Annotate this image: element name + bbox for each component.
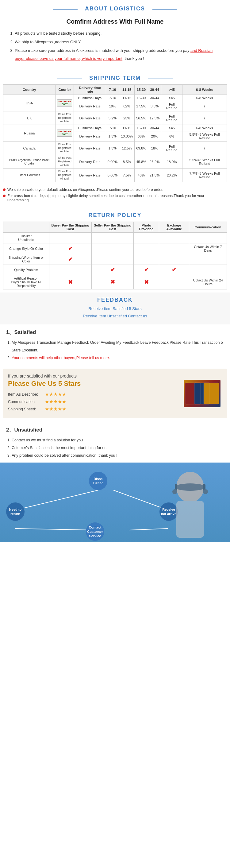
col: 23% [119,112,135,125]
return-table: Buyer Pay the Shipping Cost Seller Pay t… [3,222,227,289]
col: 30-44 [148,95,161,101]
stars-row-1: Item As Describe: ★★★★★ [8,391,182,397]
table-row: Brazil Argentina France Israel Croatia C… [3,155,227,168]
table-row: Russia SINGAPORE POST Business Days 7-10… [3,125,227,131]
col: Full Refund [161,101,183,112]
svg-line-8 [15,529,94,530]
th-11-15: 11-15 [119,85,135,95]
th-courier: Courier [56,85,74,95]
table-row: Canada China Post Registered Air Mail De… [3,142,227,155]
col: 56.5% [135,112,148,125]
courier-logo-canada: China Post Registered Air Mail [56,142,74,155]
unsatisfied-point-3: Any problem could be solved after commun… [12,452,224,460]
col: 12.5% [119,142,135,155]
cross-icon: ✖ [144,279,149,285]
feedback-title: FEEDBACK [3,297,227,303]
about-logistics-section: ABOUT LOGISTICS Comfirm Address With Ful… [0,0,230,69]
if-satisfied-text: If you are satisfied with our products [8,374,182,378]
reason-change-style: Change Style Or Color [3,243,50,254]
logistics-points-list: All products will be tested strictly bef… [9,29,221,63]
col: 7.7%>8 Weeks Full Refund [183,168,227,182]
return-policy-header: RETURN POLICY [0,207,230,222]
delivery-label: Delivery Rate [74,131,106,142]
col: 6% [161,131,183,142]
delivery-label: Delivery Rate [74,168,106,182]
country-uk: UK [3,112,56,125]
courier-logo-usa: SINGAPORE POST [56,95,74,112]
person-svg [123,463,230,542]
col-empty [189,254,227,265]
col-empty [91,243,133,254]
shipping-table: Country Courier Delivery time rate 7-10 … [3,84,227,182]
svg-line-6 [15,490,98,510]
shipping-term-title: SHIPPING TERM [86,75,144,81]
node-dissatisfied: DissaTisfied [89,472,107,490]
col: 15-30 [135,95,148,101]
rth-seller-pay: Seller Pay the Shipping Cost [91,222,133,232]
col: 11-15 [119,95,135,101]
col: 0.00% [106,155,119,168]
col: 18.9% [161,155,183,168]
note-2: For cross-bored trade,shipping may sligh… [3,194,227,202]
stars-box-left: If you are satisfied with our products P… [8,374,182,413]
col: 7.5% [119,168,135,182]
feedback-link-unsatisfied[interactable]: Receive Item Unsatisfied Contact us [3,312,227,319]
col: 69.8% [135,142,148,155]
reason-wrong-item: Shipping Wrong Item or Color [3,254,50,265]
feedback-links: Receive item Satisfied 5 Stars Receive I… [3,305,227,319]
col: 1.3% [106,131,119,142]
shipping-notes: We ship parcels to your default address … [0,185,230,207]
table-row: Other Countries China Post Registered Ai… [3,168,227,182]
svg-rect-11 [176,501,204,538]
note-dot-2 [3,195,5,197]
unsatisfied-point-1: Contact us we must find a solution for y… [12,436,224,444]
table-row: Shipping Wrong Item or Color ✔ [3,254,227,265]
shipping-term-header: SHIPPING TERM [0,69,230,84]
col: 21.5% [148,168,161,182]
col: 12.5% [148,112,161,125]
stars-box: If you are satisfied with our products P… [3,369,227,418]
col: 5.5%>8 Weeks Full Refund [183,155,227,168]
col: / [183,112,227,125]
shipping-term-section: SHIPPING TERM Country Courier Delivery t… [0,69,230,207]
table-row: Arttifical ReasonBuyer Should Take All R… [3,275,227,289]
unsatisfied-section: 2、Unsatisfied Contact us we must find a … [0,422,230,463]
stars-row-3: Shipping Speed: ★★★★★ [8,406,182,412]
col: >45 [161,125,183,131]
star-icon: ★★★★★ [45,391,66,397]
star-label-1: Item As Describe: [8,392,45,397]
col: 20.2% [161,168,183,182]
check-icon: ✔ [68,256,73,262]
col: 68% [135,131,148,142]
col-empty [159,243,189,254]
col-cross: ✖ [91,275,133,289]
country-other: Other Countries [3,168,56,182]
satisfied-section: 1、Satisfied My Aliexpress Transaction Ma… [0,324,230,365]
unsatisfied-heading: 2、Unsatisfied [6,426,224,433]
table-row: Change Style Or Color ✔ Cotact Us Within… [3,243,227,254]
star-icon: ★★★★★ [45,399,66,405]
reason-arttifical: Arttifical ReasonBuyer Should Take All R… [3,275,50,289]
col-check: ✔ [49,243,91,254]
feedback-link-satisfied[interactable]: Receive item Satisfied 5 Stars [3,305,227,312]
th-30-44: 30-44 [148,85,161,95]
star-icon: ★★★★★ [45,406,66,412]
flowchart: DissaTisfied Need toreturn Receivenot ar… [0,463,230,542]
feedback-section: FEEDBACK Receive item Satisfied 5 Stars … [0,292,230,324]
table-row: USA SINGAPORE POST Business Days 7-10 11… [3,95,227,101]
unsatisfied-points: Contact us we must find a solution for y… [6,436,224,460]
courier-logo-uk: China Post Registered Air Mail [56,112,74,125]
delivery-label: Delivery Rate [74,101,106,112]
note-1-text: We ship parcels to your default address … [7,188,163,192]
satisfied-heading: 1、Satisfied [6,329,224,336]
svg-point-16 [203,489,208,494]
reason-dislike: Dislike/Unsuitable [3,232,50,243]
cross-icon: ✖ [110,279,115,285]
col-check: ✔ [159,265,189,275]
delivery-label: Delivery Rate [74,155,106,168]
col-empty [134,254,159,265]
col-empty [189,232,227,243]
col: 11-15 [119,125,135,131]
th-delivery: Delivery time rate [74,85,106,95]
note-dot-1 [3,188,5,191]
